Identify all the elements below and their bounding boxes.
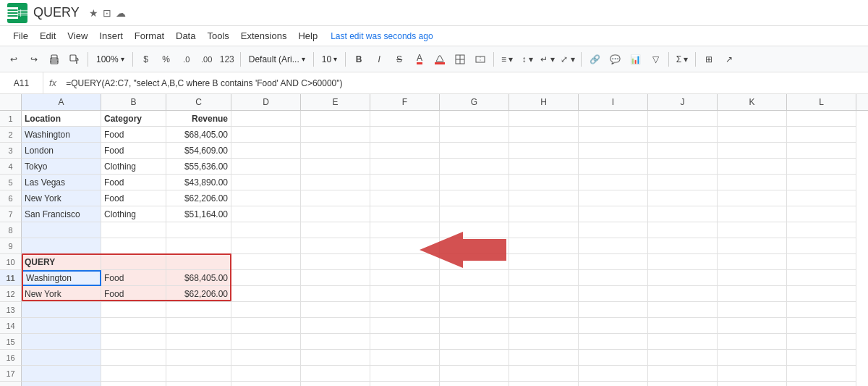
redo-button[interactable]: ↪ — [25, 50, 43, 69]
list-item[interactable] — [509, 254, 579, 270]
list-item[interactable]: $43,890.00 — [166, 175, 231, 190]
list-item[interactable]: San Francisco — [22, 206, 101, 222]
list-item[interactable] — [440, 286, 509, 302]
dollar-button[interactable]: $ — [137, 50, 156, 69]
list-item[interactable] — [370, 254, 440, 270]
list-item[interactable] — [648, 366, 718, 382]
list-item[interactable] — [787, 366, 856, 382]
list-item[interactable] — [718, 254, 787, 270]
menu-view[interactable]: View — [61, 28, 93, 43]
list-item[interactable] — [231, 190, 301, 206]
list-item[interactable] — [648, 382, 718, 386]
comment-button[interactable]: 💬 — [605, 50, 624, 69]
col-header-g[interactable]: G — [440, 94, 509, 110]
list-item[interactable]: $51,164.00 — [166, 206, 231, 222]
list-item[interactable] — [718, 127, 787, 143]
list-item[interactable] — [718, 334, 787, 350]
list-item[interactable] — [648, 175, 718, 190]
list-item[interactable] — [718, 143, 787, 159]
list-item[interactable] — [231, 334, 301, 350]
list-item[interactable]: $55,636.00 — [166, 159, 231, 175]
list-item[interactable] — [509, 302, 579, 318]
list-item[interactable] — [648, 334, 718, 350]
list-item[interactable] — [370, 302, 440, 318]
list-item[interactable] — [648, 222, 718, 238]
list-item[interactable] — [579, 366, 648, 382]
list-item[interactable] — [301, 350, 370, 366]
list-item[interactable] — [787, 143, 856, 159]
list-item[interactable]: Food — [101, 270, 166, 286]
list-item[interactable] — [648, 270, 718, 286]
list-item[interactable] — [301, 334, 370, 350]
list-item[interactable] — [579, 143, 648, 159]
wrap-button[interactable]: ↵ ▾ — [538, 50, 557, 69]
italic-button[interactable]: I — [370, 50, 388, 69]
list-item[interactable] — [509, 366, 579, 382]
fill-color-button[interactable] — [430, 50, 449, 69]
list-item[interactable] — [301, 143, 370, 159]
list-item[interactable] — [301, 111, 370, 127]
list-item[interactable] — [370, 366, 440, 382]
list-item[interactable] — [787, 334, 856, 350]
folder-icon[interactable]: ⊡ — [103, 7, 111, 19]
list-item[interactable] — [22, 222, 101, 238]
text-color-button[interactable]: A — [410, 50, 429, 69]
list-item[interactable] — [579, 175, 648, 190]
list-item[interactable] — [718, 238, 787, 254]
list-item[interactable] — [301, 159, 370, 175]
list-item[interactable] — [579, 270, 648, 286]
list-item[interactable] — [440, 366, 509, 382]
list-item[interactable]: New York — [22, 286, 101, 302]
list-item[interactable] — [166, 302, 231, 318]
borders-button[interactable] — [451, 50, 469, 69]
list-item[interactable] — [301, 286, 370, 302]
list-item[interactable] — [440, 111, 509, 127]
list-item[interactable] — [718, 286, 787, 302]
list-item[interactable] — [509, 286, 579, 302]
list-item[interactable] — [166, 222, 231, 238]
list-item[interactable] — [440, 127, 509, 143]
list-item[interactable] — [787, 222, 856, 238]
list-item[interactable]: Food — [101, 175, 166, 190]
list-item[interactable] — [440, 382, 509, 386]
list-item[interactable]: Category — [101, 111, 166, 127]
list-item[interactable] — [231, 206, 301, 222]
list-item[interactable] — [509, 222, 579, 238]
list-item[interactable] — [301, 254, 370, 270]
menu-tools[interactable]: Tools — [201, 28, 234, 43]
list-item[interactable] — [301, 222, 370, 238]
bold-button[interactable]: B — [349, 50, 368, 69]
menu-extensions[interactable]: Extensions — [235, 28, 293, 43]
list-item[interactable] — [301, 127, 370, 143]
list-item[interactable] — [370, 270, 440, 286]
list-item[interactable] — [509, 350, 579, 366]
list-item[interactable] — [648, 302, 718, 318]
list-item[interactable]: Clothing — [101, 206, 166, 222]
list-item[interactable] — [509, 238, 579, 254]
list-item[interactable] — [648, 127, 718, 143]
list-item[interactable] — [440, 350, 509, 366]
chart-button[interactable]: 📊 — [626, 50, 644, 69]
list-item[interactable] — [231, 175, 301, 190]
list-item[interactable] — [301, 302, 370, 318]
list-item[interactable] — [440, 175, 509, 190]
list-item[interactable] — [509, 143, 579, 159]
list-item[interactable] — [101, 318, 166, 334]
list-item[interactable] — [370, 127, 440, 143]
list-item[interactable]: $62,206.00 — [166, 286, 231, 302]
align-button[interactable]: ≡ ▾ — [498, 50, 516, 69]
list-item[interactable] — [166, 366, 231, 382]
list-item[interactable] — [579, 302, 648, 318]
list-item[interactable] — [787, 350, 856, 366]
list-item[interactable] — [509, 175, 579, 190]
list-item[interactable] — [718, 366, 787, 382]
rotate-button[interactable]: ⤢ ▾ — [558, 50, 577, 69]
list-item[interactable] — [579, 350, 648, 366]
col-header-c[interactable]: C — [166, 94, 231, 110]
list-item[interactable] — [370, 175, 440, 190]
list-item[interactable] — [231, 111, 301, 127]
list-item[interactable] — [370, 382, 440, 386]
list-item[interactable]: $68,405.00 — [166, 127, 231, 143]
list-item[interactable] — [579, 111, 648, 127]
font-dropdown[interactable]: Default (Ari... ▾ — [244, 50, 310, 69]
